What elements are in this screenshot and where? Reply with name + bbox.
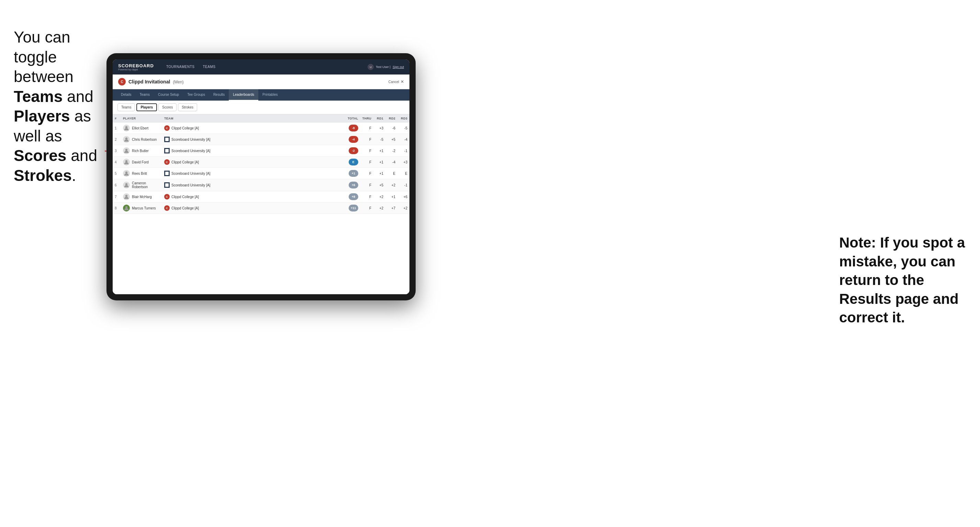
tournament-logo: C — [118, 78, 126, 86]
cell-total: E — [343, 157, 360, 168]
table-row: 8Marcus TurnersCClippd College [A]+11F+2… — [113, 203, 409, 214]
scoreboard-logo — [164, 148, 170, 154]
svg-point-1 — [126, 126, 127, 128]
col-thru: THRU — [360, 114, 373, 122]
tab-tee-groups[interactable]: Tee Groups — [183, 89, 209, 101]
player-avatar — [123, 125, 130, 132]
right-annotation: Note: If you spot a mistake, you can ret… — [839, 233, 970, 327]
scoreboard-logo — [164, 182, 170, 188]
cell-thru: F — [360, 191, 373, 203]
team-name: Clippd College [A] — [172, 126, 199, 130]
tab-leaderboards[interactable]: Leaderboards — [229, 89, 258, 101]
cancel-button[interactable]: Cancel ✕ — [388, 79, 404, 84]
player-name: Rich Butler — [132, 149, 149, 153]
cell-rank: 6 — [113, 179, 121, 191]
nav-user: U Test User | Sign out — [368, 64, 404, 70]
cell-team: Scoreboard University [A] — [162, 179, 329, 191]
svg-point-9 — [126, 183, 127, 185]
cell-rd1: +5 — [373, 179, 385, 191]
team-name: Scoreboard University [A] — [172, 138, 210, 141]
col-spacer — [329, 114, 343, 122]
cell-rd2: -2 — [385, 145, 398, 157]
tab-printables[interactable]: Printables — [258, 89, 282, 101]
cell-player: Cameron Robertson — [121, 179, 162, 191]
tab-results[interactable]: Results — [209, 89, 229, 101]
clippd-logo: C — [164, 159, 170, 165]
cell-rd1: +3 — [373, 122, 385, 134]
team-name: Clippd College [A] — [172, 160, 199, 164]
table-row: 4David FordCClippd College [A]EF+1-4+3 — [113, 157, 409, 168]
cell-player: Marcus Turners — [121, 203, 162, 214]
table-row: 3Rich ButlerScoreboard University [A]-2F… — [113, 145, 409, 157]
cell-total: +1 — [343, 168, 360, 179]
clippd-logo: C — [164, 125, 170, 131]
player-avatar — [123, 170, 130, 177]
cell-rank: 5 — [113, 168, 121, 179]
svg-point-2 — [126, 137, 127, 140]
tablet-screen: SCOREBOARD Powered by clippd TOURNAMENTS… — [113, 59, 409, 294]
svg-rect-10 — [165, 183, 169, 187]
cell-total: -4 — [343, 134, 360, 145]
col-rd3: RD3 — [398, 114, 409, 122]
toggle-teams[interactable]: Teams — [118, 103, 135, 111]
player-name: Chris Robertson — [132, 138, 157, 141]
svg-rect-3 — [165, 138, 169, 141]
cell-team: CClippd College [A] — [162, 122, 329, 134]
cell-total: +11 — [343, 203, 360, 214]
cell-rd1: +2 — [373, 203, 385, 214]
leaderboard-table: # PLAYER TEAM TOTAL THRU RD1 RD2 RD3 1El… — [113, 114, 409, 294]
table-body: 1Elliot EbertCClippd College [A]-8F+3-6-… — [113, 122, 409, 214]
scoreboard-logo — [164, 171, 170, 176]
cell-team: CClippd College [A] — [162, 191, 329, 203]
toggle-row: Teams Players Scores Strokes — [113, 101, 409, 114]
svg-point-7 — [126, 171, 127, 173]
cell-team: Scoreboard University [A] — [162, 145, 329, 157]
brand-sub: Powered by clippd — [118, 68, 154, 71]
team-name: Scoreboard University [A] — [172, 149, 210, 153]
cell-player: Chris Robertson — [121, 134, 162, 145]
table-row: 7Blair McHargCClippd College [A]+8F+2+1+… — [113, 191, 409, 203]
col-rd2: RD2 — [385, 114, 398, 122]
table-header-row: # PLAYER TEAM TOTAL THRU RD1 RD2 RD3 — [113, 114, 409, 122]
player-name: Blair McHarg — [132, 195, 152, 199]
cell-rd2: +2 — [385, 179, 398, 191]
sign-out-link[interactable]: Sign out — [393, 65, 404, 69]
nav-links: TOURNAMENTS TEAMS — [162, 59, 368, 75]
cell-total: +8 — [343, 191, 360, 203]
player-avatar — [123, 182, 130, 189]
svg-point-11 — [126, 195, 127, 197]
toggle-players[interactable]: Players — [136, 103, 157, 111]
cell-rd3: -1 — [398, 179, 409, 191]
tab-course-setup[interactable]: Course Setup — [154, 89, 183, 101]
cell-thru: F — [360, 157, 373, 168]
cell-rd2: +5 — [385, 134, 398, 145]
tournament-name: Clippd Invitational (Men) — [129, 79, 184, 84]
cell-rd2: -6 — [385, 122, 398, 134]
cell-total: +6 — [343, 179, 360, 191]
cell-team: CClippd College [A] — [162, 203, 329, 214]
svg-point-4 — [126, 149, 127, 151]
cell-rd3: +2 — [398, 203, 409, 214]
col-player: PLAYER — [121, 114, 162, 122]
cell-player: Elliot Ebert — [121, 122, 162, 134]
cell-rd2: +7 — [385, 203, 398, 214]
player-avatar — [123, 136, 130, 143]
table-row: 5Rees BrittScoreboard University [A]+1F+… — [113, 168, 409, 179]
table-row: 2Chris RobertsonScoreboard University [A… — [113, 134, 409, 145]
tab-details[interactable]: Details — [117, 89, 136, 101]
toggle-strokes[interactable]: Strokes — [178, 103, 197, 111]
team-name: Clippd College [A] — [172, 206, 199, 210]
cell-player: David Ford — [121, 157, 162, 168]
clippd-logo: C — [164, 205, 170, 211]
table-row: 6Cameron RobertsonScoreboard University … — [113, 179, 409, 191]
tab-teams[interactable]: Teams — [136, 89, 154, 101]
team-name: Scoreboard University [A] — [172, 171, 210, 175]
nav-tournaments[interactable]: TOURNAMENTS — [162, 59, 199, 75]
nav-teams[interactable]: TEAMS — [199, 59, 220, 75]
cell-rd3: -1 — [398, 145, 409, 157]
cell-thru: F — [360, 145, 373, 157]
toggle-scores[interactable]: Scores — [158, 103, 177, 111]
col-rd1: RD1 — [373, 114, 385, 122]
left-annotation: You can toggle between Teams and Players… — [14, 27, 107, 186]
player-avatar — [123, 159, 130, 165]
